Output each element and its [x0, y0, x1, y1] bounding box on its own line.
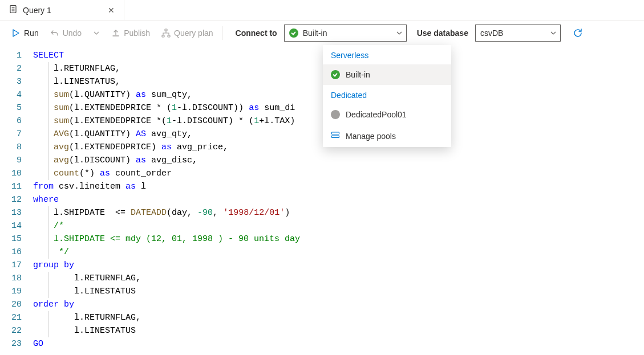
- close-icon[interactable]: ✕: [107, 5, 116, 16]
- status-paused-icon: [331, 110, 340, 119]
- publish-button[interactable]: Publish: [107, 26, 155, 40]
- connect-to-menu: Serverless Built-in Dedicated DedicatedP…: [323, 45, 451, 147]
- chevron-down-icon: [550, 30, 557, 36]
- query-plan-label: Query plan: [174, 28, 213, 38]
- connect-to-dropdown[interactable]: Built-in: [284, 25, 407, 42]
- undo-label: Undo: [63, 28, 82, 38]
- run-button[interactable]: Run: [7, 26, 43, 40]
- tab-title: Query 1: [23, 6, 51, 15]
- script-icon: [9, 5, 18, 15]
- publish-label: Publish: [124, 28, 150, 38]
- refresh-button[interactable]: [569, 24, 587, 42]
- query-plan-button[interactable]: Query plan: [157, 26, 217, 40]
- separator: [222, 26, 223, 40]
- chevron-down-icon: [396, 30, 403, 36]
- tab-query-1[interactable]: Query 1 ✕: [0, 0, 124, 20]
- svg-rect-6: [162, 35, 164, 37]
- undo-button[interactable]: Undo: [46, 26, 86, 40]
- svg-rect-8: [332, 132, 339, 134]
- use-database-dropdown[interactable]: csvDB: [475, 25, 561, 42]
- menu-item-manage-pools[interactable]: Manage pools: [323, 125, 451, 147]
- menu-item-label: Built-in: [346, 70, 370, 79]
- tab-bar: Query 1 ✕: [0, 0, 644, 21]
- svg-rect-9: [332, 136, 339, 138]
- svg-rect-5: [165, 29, 167, 31]
- status-active-icon: [289, 28, 298, 38]
- menu-item-built-in[interactable]: Built-in: [323, 64, 451, 85]
- manage-pools-icon: [331, 130, 340, 141]
- connect-to-value: Built-in: [303, 28, 391, 38]
- line-gutter: 1234567891011121314151617181920212223: [0, 49, 33, 350]
- menu-group-dedicated: Dedicated: [323, 85, 451, 104]
- use-database-label: Use database: [409, 28, 473, 38]
- run-label: Run: [24, 28, 39, 38]
- code-editor[interactable]: 1234567891011121314151617181920212223 SE…: [0, 46, 644, 350]
- menu-item-label: Manage pools: [346, 132, 396, 141]
- menu-item-dedicatedpool01[interactable]: DedicatedPool01: [323, 104, 451, 125]
- svg-marker-4: [13, 30, 19, 36]
- connect-to-label: Connect to: [228, 28, 282, 38]
- use-database-value: csvDB: [480, 28, 545, 38]
- menu-item-label: DedicatedPool01: [346, 110, 407, 119]
- status-active-icon: [331, 70, 340, 79]
- svg-rect-7: [168, 35, 170, 37]
- undo-chevron[interactable]: [88, 27, 104, 39]
- toolbar: Run Undo Publish Query plan Connect to B…: [0, 21, 644, 46]
- menu-group-serverless: Serverless: [323, 45, 451, 64]
